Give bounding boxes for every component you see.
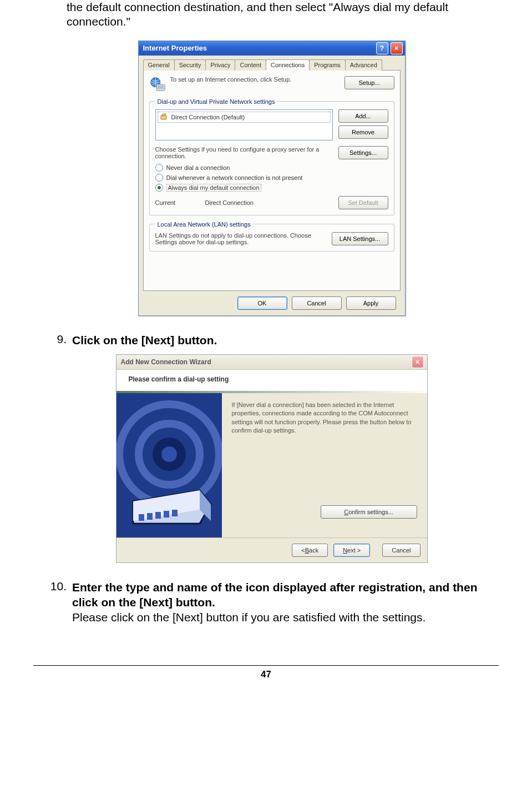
svg-rect-10 (147, 513, 153, 520)
close-button[interactable]: × (412, 356, 424, 368)
step-text-bold: Enter the type and name of the icon disp… (72, 581, 477, 609)
svg-rect-12 (164, 511, 169, 517)
group-dialup: Dial-up and Virtual Private Network sett… (149, 98, 394, 215)
radio-never-dial[interactable]: Never dial a connection (155, 164, 388, 172)
globe-icon (149, 76, 166, 93)
step-10: 10. Enter the type and name of the icon … (44, 580, 499, 625)
setup-text: To set up an Internet connection, click … (170, 76, 340, 83)
group-lan-legend: Local Area Network (LAN) settings (155, 221, 253, 228)
help-button[interactable]: ? (376, 42, 388, 54)
svg-point-8 (161, 446, 177, 462)
radio-dial-whenever[interactable]: Dial whenever a network connection is no… (155, 174, 388, 182)
svg-rect-2 (158, 85, 164, 89)
svg-rect-3 (161, 115, 166, 119)
radio-label: Always dial my default connection (166, 184, 261, 192)
choose-settings-text: Choose Settings if you need to configure… (155, 146, 333, 159)
wizard-header: Please confirm a dial-up setting (116, 370, 427, 391)
current-value: Direct Connection (205, 199, 333, 206)
connection-item-label: Direct Connection (Default) (171, 114, 245, 120)
next-button[interactable]: Next > (333, 544, 370, 557)
dialog-internet-properties: Internet Properties ? × General Security… (138, 41, 406, 316)
tab-connections[interactable]: Connections (266, 59, 310, 71)
svg-rect-11 (155, 512, 161, 519)
group-lan: Local Area Network (LAN) settings LAN Se… (149, 221, 394, 252)
step-text: Enter the type and name of the icon disp… (72, 580, 499, 625)
current-label: Current (155, 199, 200, 206)
radio-icon (155, 174, 163, 182)
page-number: 47 (33, 665, 499, 680)
wizard-title: Add New Connection Wizard (121, 358, 409, 366)
svg-rect-9 (139, 514, 144, 521)
set-default-button: Set Default (338, 196, 388, 209)
step-number: 10. (44, 580, 72, 625)
radio-always-dial[interactable]: Always dial my default connection (155, 184, 388, 192)
figure-wizard: Add New Connection Wizard × Please confi… (44, 354, 499, 563)
ok-button[interactable]: OK (237, 297, 287, 310)
confirm-settings-button[interactable]: CConfirm settings...onfirm settings... (321, 505, 417, 519)
connections-listbox[interactable]: Direct Connection (Default) (155, 109, 333, 140)
dialog-title: Internet Properties (143, 44, 374, 52)
figure-internet-properties: Internet Properties ? × General Security… (44, 41, 499, 316)
connection-item[interactable]: Direct Connection (Default) (158, 112, 331, 123)
remove-button[interactable]: Remove (338, 125, 388, 139)
add-button[interactable]: Add... (338, 109, 388, 123)
wizard-titlebar: Add New Connection Wizard × (116, 355, 427, 370)
connection-icon (159, 113, 168, 122)
tab-programs[interactable]: Programs (309, 59, 346, 71)
settings-button[interactable]: Settings... (338, 146, 388, 159)
step-text: Click on the [Next] button. (72, 333, 499, 348)
step-text-plain: Please click on the [Next] button if you… (72, 611, 425, 624)
radio-icon (155, 184, 163, 192)
tab-security[interactable]: Security (174, 59, 206, 71)
step-9: 9. Click on the [Next] button. (44, 333, 499, 348)
lan-text: LAN Settings do not apply to dial-up con… (155, 232, 326, 245)
group-dialup-legend: Dial-up and Virtual Private Network sett… (155, 98, 277, 105)
radio-label: Never dial a connection (166, 164, 230, 171)
cancel-button[interactable]: Cancel (382, 544, 420, 557)
tab-content[interactable]: Content (235, 59, 266, 71)
radio-icon (155, 164, 163, 172)
wizard-body-text: If [Never dial a connection] has been se… (232, 401, 417, 435)
svg-rect-13 (172, 510, 178, 516)
radio-label: Dial whenever a network connection is no… (166, 174, 303, 181)
step-number: 9. (44, 333, 72, 348)
tab-advanced[interactable]: Advanced (345, 59, 382, 71)
lan-settings-button[interactable]: LAN Settings... (332, 232, 388, 245)
intro-paragraph: the default connection destination, and … (67, 0, 499, 29)
cancel-button[interactable]: Cancel (292, 297, 342, 310)
tab-general[interactable]: General (143, 59, 175, 71)
setup-button[interactable]: Setup... (344, 76, 394, 89)
tab-strip: General Security Privacy Content Connect… (143, 59, 401, 71)
titlebar: Internet Properties ? × (139, 41, 405, 56)
back-button[interactable]: < Back (292, 544, 328, 557)
apply-button[interactable]: Apply (346, 297, 396, 310)
wizard-image (116, 393, 222, 537)
dialog-add-connection-wizard: Add New Connection Wizard × Please confi… (116, 354, 428, 563)
close-button[interactable]: × (391, 42, 403, 54)
tab-privacy[interactable]: Privacy (205, 59, 235, 71)
